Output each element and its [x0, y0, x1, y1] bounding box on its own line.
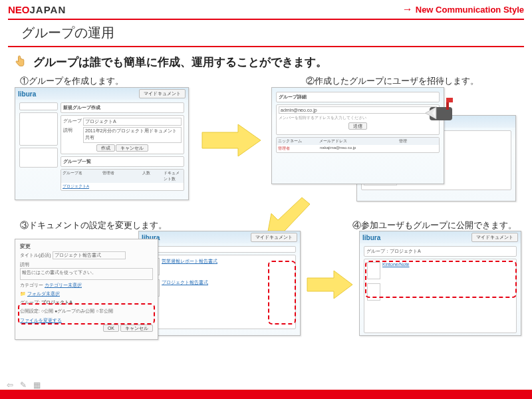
step2-label: ②作成したグループにユーザを招待します。	[306, 75, 479, 87]
brand-logo: NEOJAPAN	[8, 4, 66, 15]
footer-bar	[0, 390, 532, 399]
step4-label: ④参加ユーザもグループに公開できます。	[352, 219, 517, 231]
tab: マイドキュメント	[139, 89, 186, 98]
ok-button: OK	[103, 325, 119, 332]
mailbox-icon	[423, 95, 459, 134]
group-desc-field: 2011年2月分のプロジェクト用ドキュメント共有	[83, 127, 182, 143]
highlight-box	[18, 303, 155, 325]
tagline-text: New Communication Style	[416, 5, 524, 15]
svg-rect-2	[446, 98, 453, 102]
logo-neo: NEO	[8, 4, 30, 15]
create-button: 作成	[96, 144, 115, 152]
tagline: → New Communication Style	[402, 3, 524, 15]
panel-title: 新規グループ作成	[63, 105, 100, 110]
arrow-icon: →	[402, 3, 413, 15]
group-name-field: プロジェクトA	[83, 118, 182, 126]
step3-label: ③ドキュメントの設定を変更します。	[20, 219, 167, 231]
screenshot-2a: グループ詳細 admin@neo.co.jp メンバーを招待するアドレスを入力し…	[271, 87, 444, 184]
headline: グループは誰でも簡単に作成、運用することができます。	[33, 55, 327, 70]
logo-japan: JAPAN	[30, 4, 66, 15]
cancel-button: キャンセル	[116, 144, 148, 152]
grid-icon[interactable]: ▦	[33, 380, 41, 390]
arrow-right-icon	[201, 122, 262, 159]
invite-email-field: admin@neo.co.jp	[279, 106, 437, 114]
send-button: 送信	[348, 122, 367, 130]
screenshot-4: liburaマイドキュメント グループ：プロジェクトA Kintone/Note	[359, 231, 521, 336]
cancel-button: キャンセル	[120, 325, 153, 332]
pointing-hand-icon	[12, 54, 28, 70]
screenshot-3-dialog: 変更 タイトル(必須) プロジェクト報告書式 説明 報告にはこの書式を使って下さ…	[15, 239, 158, 340]
edit-icon[interactable]: ✎	[20, 380, 27, 390]
highlight-box	[365, 261, 517, 298]
footer-tools: ⇦ ✎ ▦	[7, 380, 41, 390]
section-title: グループの運用	[21, 24, 532, 42]
back-icon[interactable]: ⇦	[7, 380, 13, 390]
app-logo: libura	[18, 90, 36, 98]
arrow-right-icon	[306, 268, 354, 301]
step1-label: ①グループを作成します。	[20, 75, 124, 87]
screenshot-1: liburaマイドキュメント 新規グループ作成 グループプロジェクトA 説明20…	[15, 87, 189, 200]
highlight-box	[268, 261, 296, 325]
screenshot-3-list: liburaマイドキュメント 営業週報レポート報告書式 プロジェクト報告書式	[138, 231, 301, 336]
